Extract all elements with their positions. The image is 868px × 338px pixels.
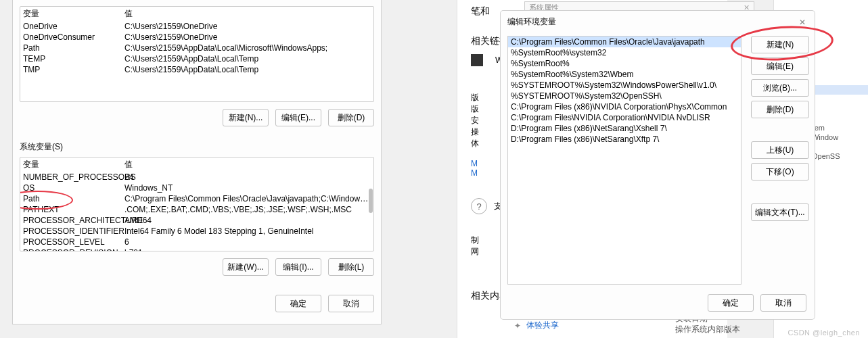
scrollbar-thumb[interactable]	[369, 189, 373, 213]
ok-button[interactable]: 确定	[708, 294, 754, 312]
path-item[interactable]: %SystemRoot%\System32\Wbem	[508, 69, 741, 80]
dialog-buttons: 确定 取消	[20, 295, 374, 312]
edit-button[interactable]: 编辑(I)...	[275, 258, 321, 276]
cell-var: Path	[23, 43, 124, 53]
edit-env-var-dialog: 编辑环境变量 ✕ C:\Program Files\Common Files\O…	[501, 11, 815, 319]
cell-val: C:\Users\21559\AppData\Local\Temp	[124, 65, 371, 74]
cell-var: NUMBER_OF_PROCESSORS	[23, 172, 124, 182]
path-list[interactable]: C:\Program Files\Common Files\Oracle\Jav…	[507, 36, 741, 285]
cell-var: OneDrive	[23, 22, 124, 31]
system-vars-buttons: 新建(W)... 编辑(I)... 删除(L)	[20, 258, 374, 276]
windows-icon	[471, 54, 483, 66]
path-item[interactable]: D:\Program Files (x86)\NetSarang\Xftp 7\	[508, 134, 741, 145]
move-down-button[interactable]: 下移(O)	[751, 163, 809, 180]
cell-val: C:\Users\21559\AppData\Local\Microsoft\W…	[124, 43, 371, 53]
os-version-label: 操作系统内部版本	[675, 324, 740, 335]
cell-val: C:\Program Files\Common Files\Oracle\Jav…	[124, 194, 371, 203]
path-item[interactable]: %SYSTEMROOT%\System32\OpenSSH\	[508, 91, 741, 101]
edit-button[interactable]: 编辑(E)...	[275, 109, 321, 126]
cell-var: TMP	[23, 65, 124, 74]
cell-var: PROCESSOR_IDENTIFIER	[23, 226, 124, 236]
new-button[interactable]: 新建(W)...	[223, 258, 269, 276]
col-val: 值	[124, 8, 371, 20]
cell-val: b701	[124, 248, 371, 251]
env-vars-dialog: 变量 值 OneDriveC:\Users\21559\OneDrive One…	[12, 0, 382, 324]
side-buttons: 新建(N) 编辑(E) 浏览(B)... 删除(D) 上移(U) 下移(O) 编…	[751, 36, 809, 285]
cell-var: PROCESSOR_ARCHITECTURE	[23, 216, 124, 225]
table-row[interactable]: PathC:\Program Files\Common Files\Oracle…	[20, 193, 373, 204]
table-row[interactable]: PathC:\Users\21559\AppData\Local\Microso…	[20, 43, 373, 53]
table-row[interactable]: OneDriveConsumerC:\Users\21559\OneDrive	[20, 32, 373, 43]
star-icon: ✦	[514, 321, 521, 331]
edit-button[interactable]: 编辑(E)	[751, 57, 809, 75]
cell-var: OS	[23, 183, 124, 193]
user-vars-table[interactable]: 变量 值 OneDriveC:\Users\21559\OneDrive One…	[20, 6, 374, 102]
new-button[interactable]: 新建(N)...	[223, 109, 269, 126]
edit-text-button[interactable]: 编辑文本(T)...	[751, 203, 809, 221]
delete-button[interactable]: 删除(L)	[328, 258, 374, 276]
cell-var: OneDriveConsumer	[23, 32, 124, 42]
cell-val: C:\Users\21559\AppData\Local\Temp	[124, 54, 371, 64]
table-row[interactable]: PROCESSOR_ARCHITECTUREAMD64	[20, 215, 373, 226]
dialog-title: 编辑环境变量	[507, 16, 556, 28]
cell-val: 24	[124, 172, 371, 182]
close-icon[interactable]: ✕	[797, 17, 808, 28]
cell-val: Windows_NT	[124, 183, 371, 193]
user-vars-buttons: 新建(N)... 编辑(E)... 删除(D)	[20, 109, 374, 126]
cell-var: PROCESSOR_LEVEL	[23, 237, 124, 247]
system-vars-label: 系统变量(S)	[20, 141, 374, 153]
cell-val: AMD64	[124, 216, 371, 225]
cell-val: C:\Users\21559\OneDrive	[124, 22, 371, 31]
path-item[interactable]: %SYSTEMROOT%\System32\WindowsPowerShell\…	[508, 80, 741, 91]
path-item-selected[interactable]: C:\Program Files\Common Files\Oracle\Jav…	[508, 37, 741, 47]
cancel-button[interactable]: 取消	[760, 294, 806, 312]
cell-var: TEMP	[23, 54, 124, 64]
path-item[interactable]: D:\Program Files (x86)\NetSarang\Xshell …	[508, 123, 741, 134]
path-item[interactable]: C:\Program Files\NVIDIA Corporation\NVID…	[508, 112, 741, 123]
table-row[interactable]: PROCESSOR_IDENTIFIERIntel64 Family 6 Mod…	[20, 226, 373, 237]
ok-button[interactable]: 确定	[275, 295, 321, 312]
cancel-button[interactable]: 取消	[328, 295, 374, 312]
table-row[interactable]: TEMPC:\Users\21559\AppData\Local\Temp	[20, 53, 373, 64]
delete-button[interactable]: 删除(D)	[751, 101, 809, 118]
col-val: 值	[124, 159, 371, 170]
experience-share-link[interactable]: 体验共享	[526, 320, 559, 331]
watermark: CSDN @leigh_chen	[787, 329, 860, 337]
cell-var-path: Path	[23, 194, 124, 203]
path-item[interactable]: C:\Program Files (x86)\NVIDIA Corporatio…	[508, 101, 741, 112]
col-var: 变量	[23, 8, 124, 20]
table-row[interactable]: PROCESSOR_REVISIONb701	[20, 247, 373, 251]
col-var: 变量	[23, 159, 124, 170]
cell-val: C:\Users\21559\OneDrive	[124, 32, 371, 42]
table-row[interactable]: PATHEXT.COM;.EXE;.BAT;.CMD;.VBS;.VBE;.JS…	[20, 204, 373, 215]
browse-button[interactable]: 浏览(B)...	[751, 79, 809, 97]
table-row[interactable]: OneDriveC:\Users\21559\OneDrive	[20, 21, 373, 32]
cell-val: 6	[124, 237, 371, 247]
delete-button[interactable]: 删除(D)	[328, 109, 374, 126]
cell-var: PATHEXT	[23, 205, 124, 214]
move-up-button[interactable]: 上移(U)	[751, 141, 809, 159]
new-button[interactable]: 新建(N)	[751, 36, 809, 53]
system-vars-table[interactable]: 变量 值 NUMBER_OF_PROCESSORS24 OSWindows_NT…	[20, 157, 374, 251]
table-header: 变量 值	[20, 158, 373, 172]
dialog-titlebar: 编辑环境变量 ✕	[501, 11, 815, 33]
cell-var: PROCESSOR_REVISION	[23, 248, 124, 251]
table-row[interactable]: NUMBER_OF_PROCESSORS24	[20, 172, 373, 183]
table-row[interactable]: OSWindows_NT	[20, 183, 373, 193]
cell-val: Intel64 Family 6 Model 183 Stepping 1, G…	[124, 226, 371, 236]
cell-val: .COM;.EXE;.BAT;.CMD;.VBS;.VBE;.JS;.JSE;.…	[124, 205, 371, 214]
path-item[interactable]: %SystemRoot%	[508, 58, 741, 69]
path-item[interactable]: %SystemRoot%\system32	[508, 47, 741, 58]
help-icon: ?	[471, 198, 487, 214]
table-header: 变量 值	[20, 7, 373, 21]
dialog-buttons: 确定 取消	[501, 290, 815, 316]
table-row[interactable]: TMPC:\Users\21559\AppData\Local\Temp	[20, 64, 373, 75]
table-row[interactable]: PROCESSOR_LEVEL6	[20, 237, 373, 247]
